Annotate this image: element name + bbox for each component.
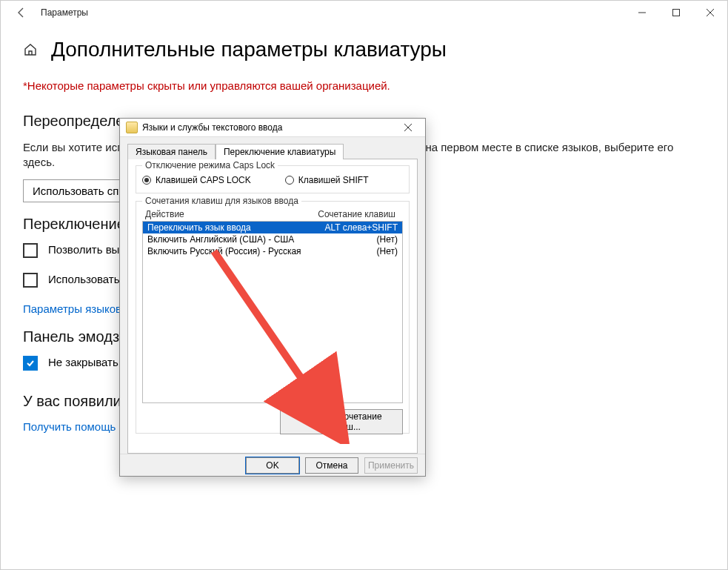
row-action: Включить Английский (США) - США — [147, 234, 309, 245]
row-action: Переключить язык ввода — [147, 222, 309, 233]
keyboard-icon — [126, 122, 138, 133]
home-icon[interactable] — [23, 42, 38, 57]
cancel-button[interactable]: Отмена — [305, 457, 358, 474]
ok-button[interactable]: OK — [246, 457, 299, 474]
checkbox-per-window[interactable] — [23, 243, 38, 258]
tab-language-bar[interactable]: Языковая панель — [127, 144, 216, 159]
radio-capslock-label: Клавишей CAPS LOCK — [156, 175, 251, 185]
row-keys: ALT слева+SHIFT — [309, 222, 398, 233]
svg-rect-1 — [673, 10, 680, 16]
row-keys: (Нет) — [309, 234, 398, 245]
hotkeys-group-label: Сочетания клавиш для языков ввода — [142, 196, 301, 206]
checkbox-language-bar[interactable] — [23, 273, 38, 288]
column-shortcut: Сочетание клавиш — [311, 209, 400, 219]
radio-capslock[interactable]: Клавишей CAPS LOCK — [142, 175, 251, 185]
apply-button: Применить — [364, 457, 418, 474]
list-row[interactable]: Переключить язык ввода ALT слева+SHIFT — [143, 222, 402, 233]
checkmark-icon — [26, 359, 35, 368]
hotkeys-list[interactable]: Переключить язык ввода ALT слева+SHIFT В… — [142, 221, 403, 403]
minimize-button[interactable] — [625, 1, 659, 24]
policy-warning: *Некоторые параметры скрыты или управляю… — [23, 79, 705, 92]
maximize-icon — [672, 9, 680, 16]
page-title: Дополнительные параметры клавиатуры — [51, 38, 447, 62]
dialog-close-button[interactable] — [395, 119, 421, 136]
row-keys: (Нет) — [309, 246, 398, 256]
radio-circle-icon — [142, 176, 151, 185]
list-row[interactable]: Включить Русский (Россия) - Русская (Нет… — [143, 245, 402, 257]
row-action: Включить Русский (Россия) - Русская — [147, 246, 309, 256]
change-shortcut-button[interactable]: Сменить сочетание клавиш... — [280, 409, 403, 434]
radio-shift[interactable]: Клавишей SHIFT — [285, 175, 369, 185]
column-action: Действие — [145, 209, 311, 219]
maximize-button[interactable] — [659, 1, 693, 24]
tab-keyboard-switch[interactable]: Переключение клавиатуры — [216, 144, 344, 159]
radio-shift-label: Клавишей SHIFT — [298, 175, 369, 185]
list-row[interactable]: Включить Английский (США) - США (Нет) — [143, 233, 402, 245]
radio-circle-icon — [285, 176, 294, 185]
dialog-title: Языки и службы текстового ввода — [142, 122, 282, 133]
close-icon — [707, 9, 714, 16]
checkbox-emoji-autoclose[interactable] — [23, 356, 38, 371]
back-button[interactable] — [10, 1, 33, 24]
capslock-group-label: Отключение режима Caps Lock — [142, 160, 278, 170]
close-window-button[interactable] — [693, 1, 727, 24]
arrow-left-icon — [16, 7, 27, 19]
close-icon — [404, 124, 412, 131]
minimize-icon — [638, 9, 646, 16]
window-title: Параметры — [41, 7, 88, 18]
text-services-dialog: Языки и службы текстового ввода Языковая… — [119, 118, 426, 477]
